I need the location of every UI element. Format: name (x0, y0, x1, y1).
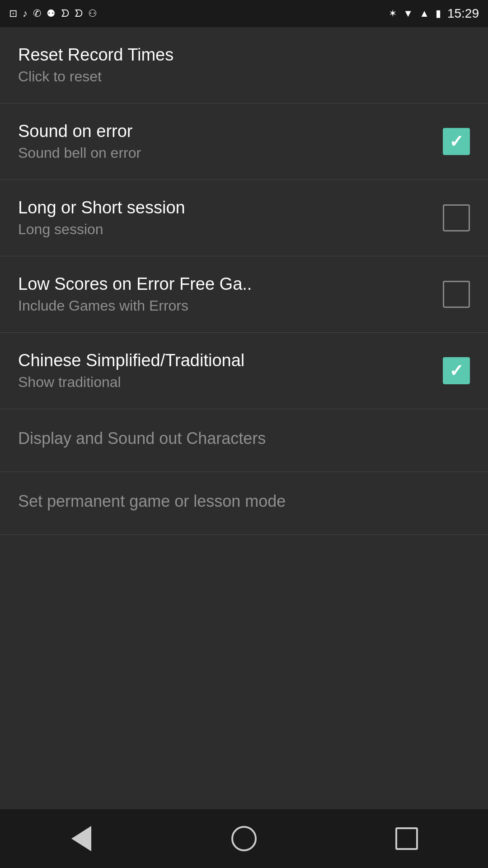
settings-item-subtitle-chinese: Show traditional (18, 374, 434, 391)
settings-item-text-session: Long or Short session Long session (18, 198, 434, 238)
settings-item-sound-on-error[interactable]: Sound on error Sound bell on error (0, 104, 488, 180)
settings-item-title-chinese: Chinese Simplified/Traditional (18, 351, 434, 370)
home-icon (231, 826, 257, 851)
settings-item-permanent-game[interactable]: Set permanent game or lesson mode (0, 472, 488, 535)
settings-item-text-permanent-game: Set permanent game or lesson mode (18, 492, 470, 514)
settings-item-display-sound[interactable]: Display and Sound out Characters (0, 409, 488, 472)
settings-item-reset-record-times[interactable]: Reset Record Times Click to reset (0, 27, 488, 104)
settings-item-long-short-session[interactable]: Long or Short session Long session (0, 180, 488, 256)
android2-icon: ⚇ (88, 8, 97, 19)
image-icon: ⊡ (9, 8, 17, 19)
status-bar: ⊡ ♪ ✆ ⚉ ᗤ ᗤ ⚇ ✶ ▼ ▲ ▮ 15:29 (0, 0, 488, 27)
pacman1-icon: ᗤ (61, 8, 69, 19)
settings-item-chinese[interactable]: Chinese Simplified/Traditional Show trad… (0, 333, 488, 409)
settings-item-text-low-scores: Low Scores on Error Free Ga.. Include Ga… (18, 274, 434, 314)
checkbox-chinese[interactable] (443, 357, 470, 384)
music-icon: ♪ (23, 8, 28, 19)
settings-item-title-reset: Reset Record Times (18, 45, 470, 65)
settings-item-subtitle-sound: Sound bell on error (18, 145, 434, 161)
checkbox-long-short-session[interactable] (443, 204, 470, 231)
signal-icon: ▲ (419, 8, 429, 19)
android-icon: ⚉ (47, 8, 56, 19)
settings-item-title-session: Long or Short session (18, 198, 434, 217)
back-icon (71, 826, 91, 851)
settings-item-subtitle-session: Long session (18, 221, 434, 238)
battery-icon: ▮ (436, 8, 441, 19)
phone-icon: ✆ (33, 8, 41, 19)
recent-icon (395, 827, 418, 850)
settings-item-title-sound: Sound on error (18, 122, 434, 141)
settings-item-text-display-sound: Display and Sound out Characters (18, 429, 470, 452)
settings-list: Reset Record Times Click to reset Sound … (0, 27, 488, 809)
settings-item-title-permanent-game: Set permanent game or lesson mode (18, 492, 470, 511)
settings-item-low-scores[interactable]: Low Scores on Error Free Ga.. Include Ga… (0, 256, 488, 333)
wifi-icon: ▼ (403, 8, 413, 19)
status-bar-right-icons: ✶ ▼ ▲ ▮ 15:29 (389, 6, 479, 21)
settings-item-text-reset: Reset Record Times Click to reset (18, 45, 470, 85)
status-time: 15:29 (447, 6, 479, 21)
settings-item-title-low-scores: Low Scores on Error Free Ga.. (18, 274, 434, 294)
nav-recent-button[interactable] (380, 821, 434, 857)
status-bar-left-icons: ⊡ ♪ ✆ ⚉ ᗤ ᗤ ⚇ (9, 8, 97, 19)
checkbox-sound-on-error[interactable] (443, 128, 470, 155)
settings-item-text-sound: Sound on error Sound bell on error (18, 122, 434, 161)
checkbox-low-scores[interactable] (443, 281, 470, 308)
settings-item-subtitle-reset: Click to reset (18, 68, 470, 85)
navigation-bar (0, 809, 488, 868)
pacman2-icon: ᗤ (75, 8, 83, 19)
bluetooth-icon: ✶ (389, 8, 397, 19)
settings-item-title-display-sound: Display and Sound out Characters (18, 429, 470, 448)
settings-item-subtitle-low-scores: Include Games with Errors (18, 297, 434, 314)
nav-home-button[interactable] (217, 821, 271, 857)
settings-item-text-chinese: Chinese Simplified/Traditional Show trad… (18, 351, 434, 391)
nav-back-button[interactable] (54, 821, 108, 857)
